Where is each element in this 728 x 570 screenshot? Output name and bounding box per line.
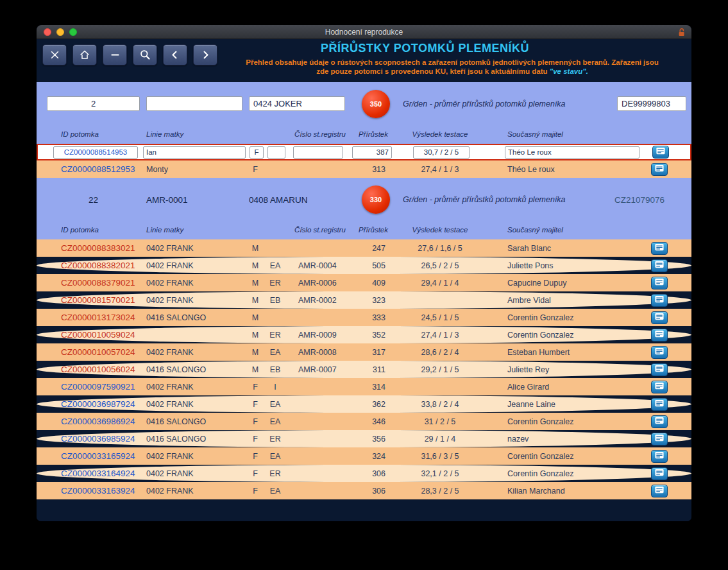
sire-name-text: 0408 AMARUN — [249, 183, 345, 216]
order-number-text: 22 — [47, 183, 140, 216]
sire-name-input[interactable] — [249, 96, 345, 111]
detail-button[interactable] — [651, 294, 668, 307]
offspring-row[interactable]: CZ0000088382021 0402 FRANK M EA AMR-0004… — [37, 257, 691, 274]
selected-sex-input[interactable] — [250, 146, 264, 159]
offspring-row[interactable]: CZ0000033163924 0402 FRANK F EA 306 28,3… — [37, 482, 691, 499]
test-result-value: 31,6 / 3 / 5 — [398, 452, 482, 461]
detail-button[interactable] — [651, 450, 668, 463]
detail-button[interactable] — [651, 163, 668, 176]
class-value: ER — [264, 469, 287, 478]
registry-number-value: AMR-0006 — [287, 279, 347, 288]
offspring-row[interactable]: CZ0000013173024 0416 SALONGO M 333 24,5 … — [37, 309, 691, 326]
class-value: ER — [264, 279, 287, 288]
order-number-input[interactable] — [47, 96, 140, 111]
offspring-row[interactable]: CZ0000088512953 Monty F 313 27,4 / 1 / 3… — [37, 160, 691, 178]
owner-value: Esteban Humbert — [501, 348, 643, 357]
test-result-value: 32,1 / 2 / 5 — [398, 469, 482, 478]
owner-value: Sarah Blanc — [501, 244, 643, 253]
column-headers: ID potomka Linie matky Číslo st.registru… — [37, 223, 691, 237]
offspring-id[interactable]: CZ0000010059024 — [49, 330, 140, 340]
column-header-registry: Číslo st.registru — [287, 130, 347, 138]
detail-button[interactable] — [651, 398, 668, 411]
titlebar[interactable]: Hodnocení reprodukce — [37, 25, 691, 39]
offspring-id[interactable]: CZ0000036985924 — [49, 434, 140, 444]
detail-button[interactable] — [651, 381, 668, 393]
detail-button[interactable] — [651, 259, 668, 272]
selected-dam-line-input[interactable] — [143, 146, 246, 159]
detail-button[interactable] — [651, 277, 668, 289]
detail-button[interactable] — [651, 485, 668, 497]
zoom-traffic-light[interactable] — [69, 28, 77, 36]
offspring-id[interactable]: CZ0000010056024 — [49, 365, 140, 374]
home-icon — [79, 49, 90, 60]
offspring-row[interactable]: CZ0000033164924 0402 FRANK F ER 306 32,1… — [37, 465, 691, 482]
test-result-value: 27,4 / 1 / 3 — [398, 165, 482, 174]
close-traffic-light[interactable] — [44, 28, 51, 36]
search-button[interactable] — [133, 44, 157, 65]
offspring-id[interactable]: CZ0000033165924 — [49, 451, 140, 461]
offspring-row[interactable]: CZ0000097590921 0402 FRANK F I 314 Alice… — [37, 378, 691, 395]
offspring-id[interactable]: CZ0000088512953 — [49, 164, 140, 174]
traffic-lights — [37, 28, 77, 36]
offspring-row[interactable]: CZ0000088379021 0402 FRANK M ER AMR-0006… — [37, 274, 691, 291]
offspring-row[interactable]: CZ0000033165924 0402 FRANK F EA 324 31,6… — [37, 447, 691, 465]
offspring-rows-group-1: CZ0000088512953 Monty F 313 27,4 / 1 / 3… — [37, 144, 691, 178]
detail-button[interactable] — [651, 433, 668, 445]
owner-value: Ambre Vidal — [501, 296, 643, 305]
close-button[interactable] — [42, 44, 67, 65]
daily-gain-value: 311 — [347, 365, 398, 374]
offspring-id[interactable]: CZ0000036987924 — [49, 399, 140, 409]
offspring-id[interactable]: CZ0000097590921 — [49, 382, 140, 392]
window-title: Hodnocení reprodukce — [37, 28, 691, 37]
report-icon — [653, 451, 666, 462]
offspring-row-selected[interactable] — [37, 144, 691, 160]
offspring-id[interactable]: CZ0000036986924 — [49, 417, 140, 426]
detail-button[interactable] — [652, 146, 669, 159]
offspring-id[interactable]: CZ0000088382021 — [49, 261, 140, 270]
offspring-id[interactable]: CZ0000013173024 — [49, 313, 140, 322]
registration-number-input[interactable] — [617, 96, 686, 111]
offspring-id[interactable]: CZ0000081570021 — [49, 295, 140, 305]
offspring-id[interactable]: CZ0000088383021 — [49, 243, 140, 253]
unlocked-padlock-icon — [677, 28, 686, 37]
sex-value: M — [247, 261, 264, 270]
offspring-row[interactable]: CZ0000081570021 0402 FRANK M EB AMR-0002… — [37, 291, 691, 309]
daily-gain-value: 324 — [347, 452, 398, 461]
detail-button[interactable] — [651, 311, 668, 324]
detail-button[interactable] — [651, 329, 668, 341]
sex-value: M — [247, 296, 264, 305]
selected-class-input[interactable] — [267, 146, 285, 159]
daily-gain-value: 352 — [347, 331, 398, 340]
selected-owner-input[interactable] — [505, 146, 639, 159]
offspring-row[interactable]: CZ0000010057024 0402 FRANK M EA AMR-0008… — [37, 343, 691, 361]
selected-registry-input[interactable] — [293, 146, 343, 159]
offspring-id[interactable]: CZ0000033164924 — [49, 469, 140, 478]
dam-line-input[interactable] — [146, 96, 242, 111]
selected-gain-input[interactable] — [352, 146, 392, 159]
offspring-row[interactable]: CZ0000010059024 M ER AMR-0009 352 27,4 /… — [37, 326, 691, 343]
detail-button[interactable] — [651, 467, 668, 480]
offspring-id[interactable]: CZ0000088379021 — [49, 278, 140, 288]
offspring-row[interactable]: CZ0000036985924 0416 SALONGO F ER 356 29… — [37, 430, 691, 447]
daily-gain-value: 356 — [347, 435, 398, 444]
report-icon — [653, 416, 666, 428]
offspring-row[interactable]: CZ0000010056024 0416 SALONGO M EB AMR-00… — [37, 361, 691, 378]
minimize-traffic-light[interactable] — [56, 28, 64, 36]
detail-button[interactable] — [651, 363, 668, 376]
offspring-row[interactable]: CZ0000036986924 0416 SALONGO F EA 346 31… — [37, 413, 691, 430]
offspring-row[interactable]: CZ0000088383021 0402 FRANK M 247 27,6 / … — [37, 239, 691, 257]
selected-id-input[interactable] — [53, 146, 138, 159]
offspring-row[interactable]: CZ0000036987924 0402 FRANK F EA 362 33,8… — [37, 395, 691, 413]
home-button[interactable] — [72, 44, 97, 65]
selected-test-input[interactable] — [413, 146, 470, 159]
detail-button[interactable] — [651, 415, 668, 428]
class-value: EA — [264, 487, 287, 496]
minus-button[interactable] — [103, 44, 127, 65]
offspring-id[interactable]: CZ0000010057024 — [49, 347, 140, 357]
offspring-id[interactable]: CZ0000033163924 — [49, 486, 140, 496]
detail-button[interactable] — [651, 242, 668, 255]
dam-line-value: 0416 SALONGO — [140, 435, 247, 444]
detail-button[interactable] — [651, 346, 668, 359]
test-result-value: 29,2 / 1 / 5 — [398, 365, 482, 374]
column-headers: ID potomka Linie matky Číslo st.registru… — [37, 127, 691, 141]
